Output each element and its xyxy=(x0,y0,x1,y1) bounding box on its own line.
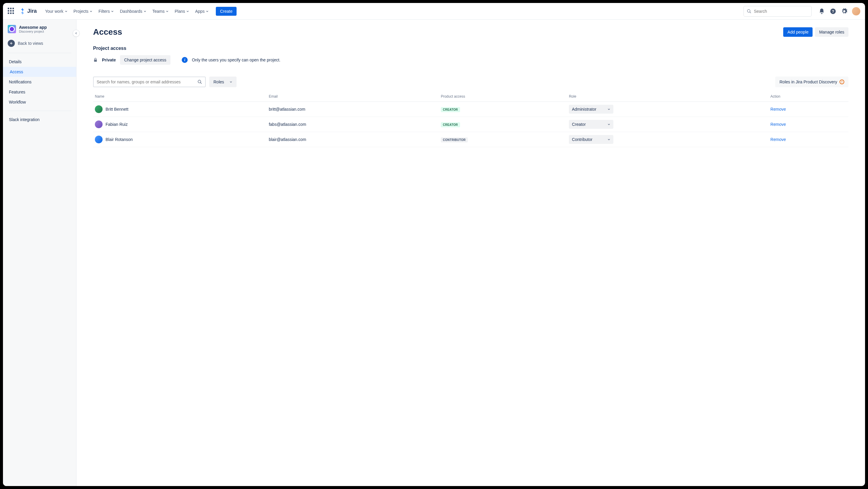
app-switcher-icon[interactable] xyxy=(8,8,15,15)
chevron-down-icon xyxy=(144,10,147,13)
col-email: Email xyxy=(267,91,439,102)
nav-item-projects[interactable]: Projects xyxy=(71,7,95,16)
lock-icon xyxy=(93,58,98,62)
user-avatar xyxy=(95,136,102,143)
back-label: Back to views xyxy=(18,41,43,46)
add-people-button[interactable]: Add people xyxy=(783,27,812,37)
sidebar-item-features[interactable]: Features xyxy=(3,87,76,97)
nav-item-label: Projects xyxy=(73,9,89,13)
user-email: fabs@atlassian.com xyxy=(267,117,439,132)
user-name: Britt Bennett xyxy=(105,107,128,112)
global-search-input[interactable] xyxy=(754,9,808,13)
role-select[interactable]: Creator xyxy=(569,120,613,129)
chevron-down-icon xyxy=(166,10,169,13)
top-nav: Jira Your workProjectsFiltersDashboardsT… xyxy=(3,3,865,20)
table-row: Fabian Ruizfabs@atlassian.comCREATORCrea… xyxy=(93,117,848,132)
svg-text:?: ? xyxy=(832,9,834,13)
role-value: Creator xyxy=(572,122,586,127)
chevron-down-icon xyxy=(65,10,68,13)
nav-item-dashboards[interactable]: Dashboards xyxy=(117,7,149,16)
chevron-down-icon xyxy=(111,10,114,13)
role-value: Administrator xyxy=(572,107,596,112)
chevron-down-icon xyxy=(90,10,92,13)
settings-icon[interactable] xyxy=(841,8,848,15)
info-icon: i xyxy=(182,57,188,63)
chevron-down-icon xyxy=(229,80,232,83)
nav-item-label: Your work xyxy=(45,9,63,13)
sidebar: Awesome app Discovery project Back to vi… xyxy=(3,20,76,486)
user-search-input[interactable] xyxy=(97,80,197,84)
chevron-down-icon xyxy=(206,10,209,13)
collapse-sidebar-button[interactable] xyxy=(73,30,80,37)
nav-item-label: Filters xyxy=(98,9,110,13)
nav-item-label: Apps xyxy=(195,9,205,13)
chevron-down-icon xyxy=(186,10,189,13)
user-avatar xyxy=(95,105,102,113)
page-title: Access xyxy=(93,27,122,37)
nav-item-label: Dashboards xyxy=(120,9,142,13)
user-name: Fabian Ruiz xyxy=(105,122,128,127)
svg-line-1 xyxy=(750,12,751,13)
col-product: Product access xyxy=(439,91,567,102)
sidebar-item-access[interactable]: Access xyxy=(3,67,76,77)
roles-help-link[interactable]: Roles in Jira Product Discovery ! xyxy=(775,77,848,87)
project-type: Discovery project xyxy=(19,30,47,33)
project-header[interactable]: Awesome app Discovery project xyxy=(3,23,76,37)
project-name: Awesome app xyxy=(19,25,47,30)
remove-link[interactable]: Remove xyxy=(771,122,786,127)
search-icon xyxy=(197,80,202,84)
chevron-down-icon xyxy=(608,123,610,126)
jira-logo[interactable]: Jira xyxy=(20,8,37,15)
chevron-down-icon xyxy=(608,108,610,111)
role-select[interactable]: Contributor xyxy=(569,135,613,144)
user-email: britt@atlassian.com xyxy=(267,102,439,117)
manage-roles-button[interactable]: Manage roles xyxy=(815,27,848,37)
table-row: Blair Rotansonblair@atlassian.comCONTRIB… xyxy=(93,132,848,147)
chevron-down-icon xyxy=(608,138,610,141)
col-name: Name xyxy=(93,91,267,102)
roles-help-label: Roles in Jira Product Discovery xyxy=(779,80,837,84)
help-icon[interactable]: ? xyxy=(830,8,837,15)
global-search[interactable] xyxy=(743,6,812,17)
create-button[interactable]: Create xyxy=(216,7,237,16)
sidebar-item-details[interactable]: Details xyxy=(3,57,76,67)
product-access-badge: CREATOR xyxy=(441,107,460,112)
svg-point-0 xyxy=(747,9,750,12)
nav-items: Your workProjectsFiltersDashboardsTeamsP… xyxy=(43,7,211,16)
back-arrow-icon xyxy=(8,40,15,47)
product-name: Jira xyxy=(27,8,37,14)
notifications-icon[interactable] xyxy=(818,8,825,15)
remove-link[interactable]: Remove xyxy=(771,107,786,112)
nav-item-apps[interactable]: Apps xyxy=(193,7,211,16)
sidebar-item-workflow[interactable]: Workflow xyxy=(3,97,76,107)
nav-item-label: Plans xyxy=(175,9,185,13)
back-to-views[interactable]: Back to views xyxy=(3,37,76,49)
access-table: Name Email Product access Role Action Br… xyxy=(93,91,848,147)
remove-link[interactable]: Remove xyxy=(771,137,786,142)
product-access-badge: CONTRIBUTOR xyxy=(441,137,468,142)
warning-icon: ! xyxy=(840,80,844,84)
sidebar-item-slack[interactable]: Slack integration xyxy=(3,115,76,125)
nav-item-plans[interactable]: Plans xyxy=(172,7,191,16)
search-icon xyxy=(747,9,751,13)
svg-point-4 xyxy=(198,80,201,83)
user-name: Blair Rotanson xyxy=(105,137,133,142)
nav-item-teams[interactable]: Teams xyxy=(150,7,171,16)
user-search[interactable] xyxy=(93,77,206,87)
main-content: Access Add people Manage roles Project a… xyxy=(76,20,865,486)
privacy-label: Private xyxy=(102,58,116,62)
role-select[interactable]: Administrator xyxy=(569,105,613,114)
change-access-button[interactable]: Change project access xyxy=(120,55,170,65)
role-value: Contributor xyxy=(572,137,592,142)
project-icon xyxy=(8,25,16,33)
sidebar-item-notifications[interactable]: Notifications xyxy=(3,77,76,87)
user-avatar[interactable] xyxy=(852,7,860,16)
nav-item-your-work[interactable]: Your work xyxy=(43,7,70,16)
col-role: Role xyxy=(567,91,769,102)
nav-item-filters[interactable]: Filters xyxy=(96,7,116,16)
nav-item-label: Teams xyxy=(152,9,164,13)
user-avatar xyxy=(95,120,102,128)
roles-filter-dropdown[interactable]: Roles xyxy=(209,77,237,87)
col-action: Action xyxy=(769,91,848,102)
jira-logo-icon xyxy=(20,8,26,15)
